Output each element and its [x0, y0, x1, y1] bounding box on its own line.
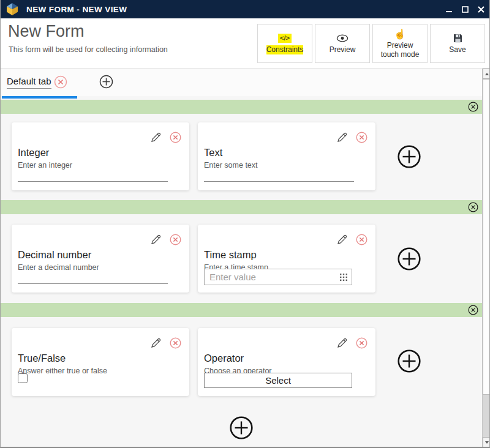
timestamp-value-input[interactable] [205, 269, 340, 285]
section-band-3 [1, 303, 482, 317]
save-icon [453, 32, 462, 43]
integer-input-underline[interactable] [18, 181, 168, 182]
save-label: Save [449, 45, 466, 54]
edit-pencil-icon[interactable] [336, 337, 349, 352]
delete-field-icon[interactable] [356, 132, 368, 146]
tab-default[interactable]: Default tab [7, 76, 51, 89]
form-header: New Form This form will be used for coll… [1, 18, 490, 69]
section-3-remove-icon[interactable] [468, 305, 478, 318]
scrollbar-thumb[interactable] [483, 79, 490, 395]
add-field-row-3-icon[interactable] [397, 349, 421, 373]
delete-field-icon[interactable] [170, 234, 181, 248]
close-button[interactable] [477, 6, 484, 13]
add-section-icon[interactable] [229, 416, 254, 440]
field-card-integer: Integer Enter an integer [12, 122, 189, 190]
field-subtitle: Enter a decimal number [18, 263, 99, 272]
title-bar: NEW FORM - NEW VIEW [1, 0, 490, 18]
constraints-button[interactable]: </> Constraints [257, 24, 312, 63]
code-icon: </> [278, 34, 292, 43]
section-1-remove-icon[interactable] [468, 102, 478, 114]
preview-label: Preview [330, 45, 356, 54]
section-band-2 [1, 200, 482, 214]
eye-icon [336, 32, 349, 43]
field-title: Decimal number [18, 249, 91, 261]
field-card-operator: Operator Choose an operator Select [198, 328, 375, 396]
active-tab-indicator [2, 96, 77, 99]
truefalse-checkbox[interactable] [18, 373, 28, 383]
minimize-button[interactable] [445, 6, 453, 13]
vertical-scrollbar[interactable] [482, 69, 490, 447]
edit-pencil-icon[interactable] [149, 233, 162, 248]
window-title: NEW FORM - NEW VIEW [26, 5, 127, 14]
text-input-underline[interactable] [204, 181, 354, 182]
field-subtitle: Enter an integer [18, 161, 72, 170]
page-subtitle: This form will be used for collecting in… [9, 45, 168, 54]
delete-field-icon[interactable] [170, 132, 181, 146]
app-window: NEW FORM - NEW VIEW New Form This form w… [0, 0, 490, 448]
tab-bar: Default tab [1, 69, 482, 96]
maximize-button[interactable] [461, 6, 469, 13]
field-card-decimal: Decimal number Enter a decimal number [12, 225, 189, 293]
field-subtitle: Enter some text [204, 161, 258, 170]
field-subtitle: Answer either true or false [18, 367, 107, 375]
scroll-up-icon[interactable] [483, 69, 490, 79]
operator-select-button[interactable]: Select [204, 373, 352, 388]
touch-hand-icon: ☝ [394, 28, 406, 39]
constraints-label: Constraints [266, 45, 304, 54]
section-band-1 [1, 100, 482, 114]
field-title: Text [204, 147, 222, 159]
scroll-down-icon[interactable] [483, 437, 490, 447]
field-title: True/False [18, 353, 66, 364]
field-title: Integer [18, 147, 49, 159]
field-card-truefalse: True/False Answer either true or false [12, 328, 189, 396]
delete-field-icon[interactable] [356, 337, 368, 351]
field-title: Time stamp [204, 249, 257, 261]
add-field-row-2-icon[interactable] [397, 247, 421, 271]
add-tab-icon[interactable] [99, 75, 113, 91]
edit-pencil-icon[interactable] [149, 337, 162, 352]
toolbar: </> Constraints Preview ☝ Preview touch … [257, 24, 485, 63]
section-2-remove-icon[interactable] [468, 202, 478, 215]
app-logo-icon [6, 2, 18, 16]
preview-touch-label: Preview touch mode [378, 41, 422, 59]
add-field-row-1-icon[interactable] [397, 144, 421, 169]
edit-pencil-icon[interactable] [336, 233, 349, 248]
field-title: Operator [204, 353, 244, 364]
decimal-input-underline[interactable] [18, 283, 168, 284]
delete-field-icon[interactable] [170, 337, 181, 351]
save-button[interactable]: Save [430, 24, 485, 63]
preview-button[interactable]: Preview [315, 24, 370, 63]
edit-pencil-icon[interactable] [149, 131, 162, 146]
picker-grid-icon[interactable] [340, 274, 347, 281]
page-title: New Form [8, 22, 85, 41]
field-card-text: Text Enter some text [198, 122, 375, 190]
tab-close-icon[interactable] [54, 75, 67, 91]
delete-field-icon[interactable] [356, 234, 368, 248]
edit-pencil-icon[interactable] [336, 131, 349, 146]
field-card-timestamp: Time stamp Enter a time stamp [198, 225, 375, 293]
preview-touch-mode-button[interactable]: ☝ Preview touch mode [372, 24, 428, 63]
